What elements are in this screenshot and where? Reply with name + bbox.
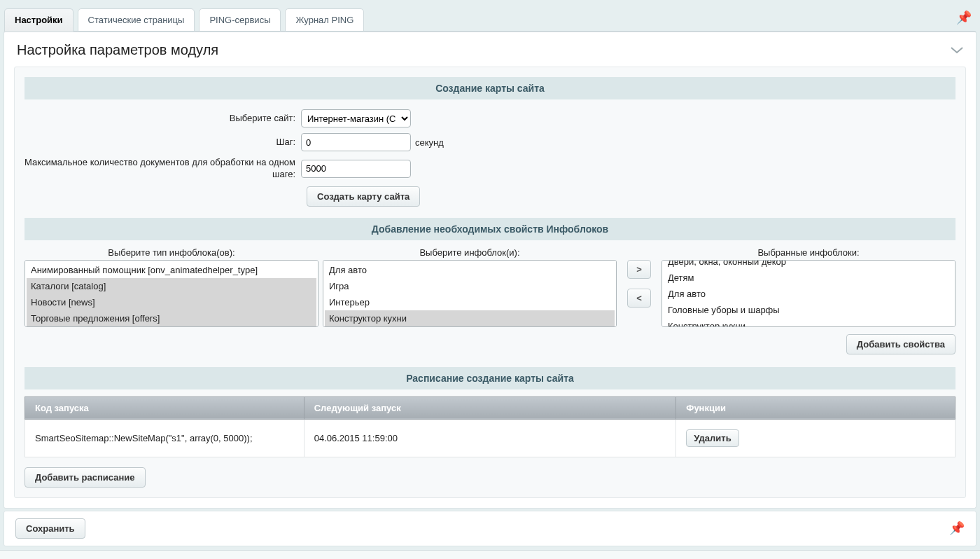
add-arrow-button[interactable]: > [627,260,651,279]
max-docs-label: Максимальное количество документов для о… [24,157,301,181]
tab-settings[interactable]: Настройки [4,8,74,32]
step-label: Шаг: [24,137,301,149]
footer-bar: Сохранить 📌 [4,511,976,546]
save-button[interactable]: Сохранить [15,518,85,539]
list-item[interactable]: Новости [news] [27,294,316,310]
tab-static-pages[interactable]: Статические страницы [78,8,195,32]
col-code: Код запуска [25,396,304,419]
cell-func: Удалить [676,419,955,457]
col-next: Следующий запуск [304,396,676,419]
site-label: Выберите сайт: [24,113,301,125]
selected-listbox[interactable]: Двери, окна, оконный декор Детям Для авт… [662,260,955,327]
site-select[interactable]: Интернет-магазин (С [301,109,411,127]
section-create-sitemap: Создание карты сайта [24,77,955,99]
list-item[interactable]: Для авто [325,262,615,278]
section-schedule: Расписание создание карты сайта [24,367,955,389]
pin-icon[interactable]: 📌 [949,520,965,536]
step-input[interactable] [301,133,411,151]
pin-icon[interactable]: 📌 [956,10,972,25]
table-row: SmartSeoSitemap::NewSiteMap("s1", array(… [25,419,955,457]
list-item[interactable]: Детям [664,270,953,286]
list-item[interactable]: Головные уборы и шарфы [664,302,953,318]
list-item[interactable]: Каталоги [catalog] [27,278,316,294]
max-docs-input[interactable] [301,160,411,178]
type-listbox[interactable]: Анимированный помощник [onv_animatedhelp… [24,260,318,327]
page-title: Настройка параметров модуля [17,42,218,58]
section-add-props: Добавление необходимых свойств Инфоблоко… [24,218,955,240]
list-item[interactable]: Для авто [664,286,953,302]
cell-next: 04.06.2015 11:59:00 [304,419,676,457]
remove-arrow-button[interactable]: < [627,289,651,308]
col-func: Функции [676,396,955,419]
main-panel: Настройка параметров модуля Создание кар… [4,31,976,509]
step-unit: секунд [415,137,444,148]
delete-schedule-button[interactable]: Удалить [686,429,738,447]
list-item[interactable]: Анимированный помощник [onv_animatedhelp… [27,262,316,278]
list-item[interactable]: Двери, окна, оконный декор [664,260,953,270]
list-item[interactable]: Игра [325,278,615,294]
add-props-button[interactable]: Добавить свойства [846,334,955,354]
iblock-label: Выберите инфоблок(и): [323,247,617,258]
tab-ping-services[interactable]: PING-сервисы [199,8,281,32]
content-frame: Создание карты сайта Выберите сайт: Инте… [14,67,966,498]
type-label: Выберите тип инфоблока(ов): [24,247,318,258]
create-sitemap-button[interactable]: Создать карту сайта [307,186,420,207]
tab-ping-log[interactable]: Журнал PING [285,8,364,32]
tab-bar: Настройки Статические страницы PING-серв… [1,1,979,31]
list-item[interactable]: Конструктор кухни [664,318,953,327]
add-schedule-button[interactable]: Добавить расписание [24,467,146,488]
iblock-listbox[interactable]: Для авто Игра Интерьер Конструктор кухни [323,260,617,327]
collapse-panel-icon[interactable] [951,45,963,56]
list-item[interactable]: Конструктор кухни [325,310,615,326]
cell-code: SmartSeoSitemap::NewSiteMap("s1", array(… [25,419,304,457]
list-item[interactable]: Интерьер [325,294,615,310]
list-item[interactable]: Торговые предложения [offers] [27,310,316,326]
selected-label: Выбранные инфоблоки: [662,247,955,258]
schedule-table: Код запуска Следующий запуск Функции Sma… [24,396,955,457]
